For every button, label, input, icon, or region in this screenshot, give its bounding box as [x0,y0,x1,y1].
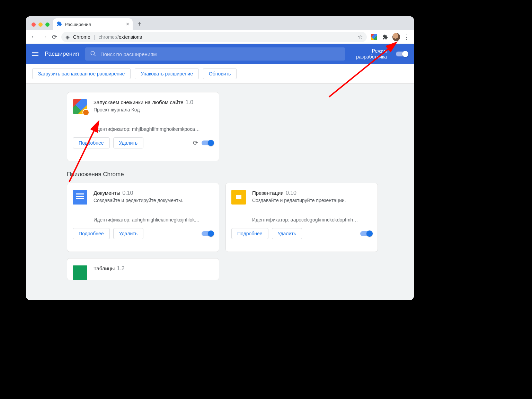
reload-extension-icon[interactable]: ⟳ [193,139,198,147]
details-button[interactable]: Подробнее [231,228,268,239]
details-button[interactable]: Подробнее [73,228,110,239]
close-window[interactable] [32,22,36,27]
app-id: Идентификатор: aohghmighlieiainnegkcijnf… [94,217,213,223]
remove-button[interactable]: Удалить [113,228,143,239]
browser-toolbar: ← → ⟳ ◉ Chrome | chrome://extensions ☆ ⋮ [26,30,414,44]
svg-point-0 [91,51,95,55]
extension-icon [56,21,62,28]
app-description: Создавайте и редактируйте документы. [94,198,213,203]
address-bar[interactable]: ◉ Chrome | chrome://extensions ☆ [61,32,367,42]
url-path: extensions [119,34,142,40]
app-name: Документы [94,190,120,196]
tab-title: Расширения [65,22,91,27]
reload-button[interactable]: ⟳ [51,33,58,41]
app-name: Таблицы [94,265,115,271]
app-name: Презентации [252,190,284,196]
search-input[interactable] [100,51,340,57]
maximize-window[interactable] [45,22,50,27]
search-icon [90,51,96,58]
url-prefix: chrome:// [98,34,118,40]
close-tab-icon[interactable]: × [126,21,129,27]
main-content: Запускаем снежинки на любом сайте1.0 Про… [26,84,414,300]
bookmark-icon[interactable]: ☆ [358,34,363,40]
app-version: 1.2 [117,265,124,271]
page-title: Расширения [45,51,79,57]
app-version: 0.10 [122,190,133,196]
search-box[interactable] [85,47,345,61]
update-button[interactable]: Обновить [203,68,237,79]
extension-card: Запускаем снежинки на любом сайте1.0 Про… [67,92,219,161]
app-card: Таблицы1.2 [67,258,219,280]
pack-extension-button[interactable]: Упаковать расширение [135,68,199,79]
app-card: Документы0.10 Создавайте и редактируйте … [67,183,219,252]
app-version: 0.10 [286,190,296,196]
new-tab-button[interactable]: + [138,20,142,28]
dev-actions: Загрузить распакованное расширение Упако… [26,64,414,84]
dev-mode-toggle[interactable] [396,52,408,56]
extension-description: Проект журнала Код [94,107,213,112]
remove-button[interactable]: Удалить [272,228,302,239]
extension-version: 1.0 [186,99,193,105]
extensions-puzzle-icon[interactable] [381,33,389,41]
profile-avatar[interactable] [392,33,400,41]
apps-section-title: Приложения Chrome [67,171,408,178]
menu-icon[interactable] [32,51,38,57]
extensions-list: Запускаем снежинки на любом сайте1.0 Про… [67,92,408,161]
browser-menu-icon[interactable]: ⋮ [404,33,410,41]
extensions-header: Расширения Режим разработчика [26,44,414,64]
load-unpacked-button[interactable]: Загрузить распакованное расширение [32,68,131,79]
forward-button[interactable]: → [41,33,47,40]
docs-icon [73,190,87,205]
apps-list: Документы0.10 Создавайте и редактируйте … [67,183,408,280]
tab-strip: Расширения × + [26,16,414,30]
svg-line-1 [94,54,96,56]
site-info-icon[interactable]: ◉ [65,34,70,40]
extension-id: Идентификатор: mhjfbaghflfmmghoikemkpoca… [94,126,213,132]
back-button[interactable]: ← [30,33,37,40]
app-card: Презентации0.10 Создавайте и редактируйт… [225,183,378,252]
minimize-window[interactable] [38,22,43,27]
details-button[interactable]: Подробнее [73,137,110,148]
slides-icon [231,190,246,205]
app-id: Идентификатор: aapocclcgogkmnckokdopfmh… [252,217,372,223]
window-controls [30,18,53,30]
sheets-icon [73,265,87,280]
app-description: Создавайте и редактируйте презентации. [252,198,372,203]
dev-mode-label: Режим разработчика [356,48,387,60]
browser-tab[interactable]: Расширения × [53,18,133,30]
extension-app-icon [73,99,87,114]
enable-toggle[interactable] [360,231,372,236]
browser-window: Расширения × + ← → ⟳ ◉ Chrome | chrome:/… [26,16,414,300]
extension-toolbar-icon[interactable] [370,33,378,41]
omnibox-label: Chrome [73,34,90,40]
enable-toggle[interactable] [202,231,213,236]
extension-name: Запускаем снежинки на любом сайте [94,99,184,105]
enable-toggle[interactable] [202,140,213,145]
remove-button[interactable]: Удалить [113,137,143,148]
